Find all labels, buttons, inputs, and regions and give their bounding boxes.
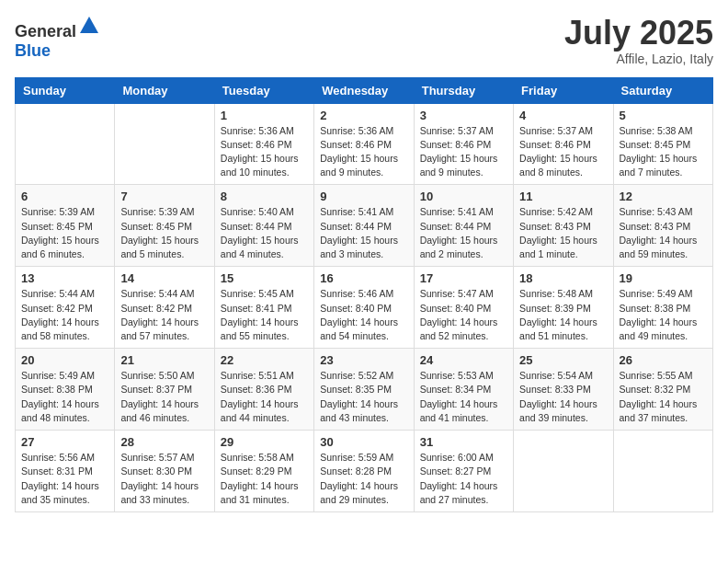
day-info: Sunrise: 5:49 AMSunset: 8:38 PMDaylight:… bbox=[620, 287, 707, 343]
weekday-header-sunday: Sunday bbox=[16, 77, 115, 103]
calendar-cell: 10Sunrise: 5:41 AMSunset: 8:44 PMDayligh… bbox=[414, 185, 513, 267]
day-number: 30 bbox=[320, 435, 407, 449]
logo-blue: Blue bbox=[15, 41, 51, 60]
calendar-cell: 21Sunrise: 5:50 AMSunset: 8:37 PMDayligh… bbox=[115, 349, 214, 431]
calendar-cell: 11Sunrise: 5:42 AMSunset: 8:43 PMDayligh… bbox=[514, 185, 613, 267]
day-number: 25 bbox=[519, 353, 607, 367]
day-number: 4 bbox=[519, 109, 607, 122]
day-info: Sunrise: 5:49 AMSunset: 8:38 PMDaylight:… bbox=[21, 369, 108, 425]
day-number: 19 bbox=[620, 271, 707, 285]
day-number: 3 bbox=[420, 109, 507, 122]
day-info: Sunrise: 5:59 AMSunset: 8:28 PMDaylight:… bbox=[320, 451, 407, 507]
weekday-header-monday: Monday bbox=[115, 77, 214, 103]
day-number: 21 bbox=[120, 353, 208, 367]
calendar-cell: 22Sunrise: 5:51 AMSunset: 8:36 PMDayligh… bbox=[214, 349, 313, 431]
day-number: 13 bbox=[21, 271, 108, 285]
day-info: Sunrise: 5:55 AMSunset: 8:32 PMDaylight:… bbox=[620, 369, 707, 425]
day-info: Sunrise: 5:39 AMSunset: 8:45 PMDaylight:… bbox=[21, 205, 108, 261]
calendar-cell: 16Sunrise: 5:46 AMSunset: 8:40 PMDayligh… bbox=[314, 267, 414, 349]
day-number: 15 bbox=[221, 271, 308, 285]
day-number: 12 bbox=[620, 190, 707, 203]
day-info: Sunrise: 5:41 AMSunset: 8:44 PMDaylight:… bbox=[420, 205, 507, 261]
weekday-header-saturday: Saturday bbox=[613, 77, 712, 103]
day-info: Sunrise: 5:43 AMSunset: 8:43 PMDaylight:… bbox=[620, 205, 707, 261]
weekday-header-friday: Friday bbox=[514, 77, 613, 103]
week-row-5: 27Sunrise: 5:56 AMSunset: 8:31 PMDayligh… bbox=[16, 431, 713, 512]
calendar-cell: 29Sunrise: 5:58 AMSunset: 8:29 PMDayligh… bbox=[214, 431, 313, 512]
day-number: 5 bbox=[620, 109, 707, 122]
day-number: 20 bbox=[21, 353, 108, 367]
day-info: Sunrise: 5:54 AMSunset: 8:33 PMDaylight:… bbox=[519, 369, 607, 425]
calendar-cell: 17Sunrise: 5:47 AMSunset: 8:40 PMDayligh… bbox=[414, 267, 513, 349]
day-info: Sunrise: 5:56 AMSunset: 8:31 PMDaylight:… bbox=[21, 451, 108, 507]
day-info: Sunrise: 5:45 AMSunset: 8:41 PMDaylight:… bbox=[221, 287, 308, 343]
calendar-cell bbox=[115, 103, 214, 185]
logo-text: General Blue bbox=[15, 15, 100, 61]
calendar-cell: 1Sunrise: 5:36 AMSunset: 8:46 PMDaylight… bbox=[214, 103, 313, 185]
day-number: 11 bbox=[519, 190, 607, 203]
calendar-cell: 5Sunrise: 5:38 AMSunset: 8:45 PMDaylight… bbox=[613, 103, 712, 185]
day-info: Sunrise: 5:53 AMSunset: 8:34 PMDaylight:… bbox=[420, 369, 507, 425]
day-number: 14 bbox=[120, 271, 208, 285]
day-number: 26 bbox=[620, 353, 707, 367]
day-number: 31 bbox=[420, 435, 507, 449]
calendar-cell: 18Sunrise: 5:48 AMSunset: 8:39 PMDayligh… bbox=[514, 267, 613, 349]
day-info: Sunrise: 5:39 AMSunset: 8:45 PMDaylight:… bbox=[120, 205, 208, 261]
logo-general: General bbox=[15, 22, 76, 40]
calendar-cell: 20Sunrise: 5:49 AMSunset: 8:38 PMDayligh… bbox=[16, 349, 115, 431]
calendar-cell: 15Sunrise: 5:45 AMSunset: 8:41 PMDayligh… bbox=[214, 267, 313, 349]
calendar-cell: 3Sunrise: 5:37 AMSunset: 8:46 PMDaylight… bbox=[414, 103, 513, 185]
calendar-cell: 7Sunrise: 5:39 AMSunset: 8:45 PMDaylight… bbox=[115, 185, 214, 267]
day-info: Sunrise: 5:42 AMSunset: 8:43 PMDaylight:… bbox=[519, 205, 607, 261]
day-info: Sunrise: 5:40 AMSunset: 8:44 PMDaylight:… bbox=[221, 205, 308, 261]
day-number: 17 bbox=[420, 271, 507, 285]
day-info: Sunrise: 5:51 AMSunset: 8:36 PMDaylight:… bbox=[221, 369, 308, 425]
day-info: Sunrise: 5:37 AMSunset: 8:46 PMDaylight:… bbox=[420, 124, 507, 180]
week-row-3: 13Sunrise: 5:44 AMSunset: 8:42 PMDayligh… bbox=[16, 267, 713, 349]
day-info: Sunrise: 5:44 AMSunset: 8:42 PMDaylight:… bbox=[120, 287, 208, 343]
day-number: 23 bbox=[320, 353, 407, 367]
weekday-header-tuesday: Tuesday bbox=[214, 77, 313, 103]
location: Affile, Lazio, Italy bbox=[564, 52, 713, 66]
day-number: 8 bbox=[221, 190, 308, 203]
day-number: 2 bbox=[320, 109, 407, 122]
day-number: 29 bbox=[221, 435, 308, 449]
calendar-cell: 31Sunrise: 6:00 AMSunset: 8:27 PMDayligh… bbox=[414, 431, 513, 512]
day-info: Sunrise: 5:58 AMSunset: 8:29 PMDaylight:… bbox=[221, 451, 308, 507]
day-info: Sunrise: 5:38 AMSunset: 8:45 PMDaylight:… bbox=[620, 124, 707, 180]
page-header: General Blue July 2025 Affile, Lazio, It… bbox=[15, 15, 713, 66]
calendar-cell: 27Sunrise: 5:56 AMSunset: 8:31 PMDayligh… bbox=[16, 431, 115, 512]
day-number: 18 bbox=[519, 271, 607, 285]
logo-icon bbox=[78, 15, 100, 37]
day-info: Sunrise: 5:57 AMSunset: 8:30 PMDaylight:… bbox=[120, 451, 208, 507]
calendar-table: SundayMondayTuesdayWednesdayThursdayFrid… bbox=[15, 77, 713, 512]
day-number: 27 bbox=[21, 435, 108, 449]
day-info: Sunrise: 5:50 AMSunset: 8:37 PMDaylight:… bbox=[120, 369, 208, 425]
calendar-cell bbox=[613, 431, 712, 512]
calendar-cell: 25Sunrise: 5:54 AMSunset: 8:33 PMDayligh… bbox=[514, 349, 613, 431]
week-row-1: 1Sunrise: 5:36 AMSunset: 8:46 PMDaylight… bbox=[16, 103, 713, 185]
week-row-4: 20Sunrise: 5:49 AMSunset: 8:38 PMDayligh… bbox=[16, 349, 713, 431]
day-number: 1 bbox=[221, 109, 308, 122]
day-info: Sunrise: 5:47 AMSunset: 8:40 PMDaylight:… bbox=[420, 287, 507, 343]
day-number: 16 bbox=[320, 271, 407, 285]
calendar-cell: 8Sunrise: 5:40 AMSunset: 8:44 PMDaylight… bbox=[214, 185, 313, 267]
calendar-cell: 14Sunrise: 5:44 AMSunset: 8:42 PMDayligh… bbox=[115, 267, 214, 349]
calendar-cell: 23Sunrise: 5:52 AMSunset: 8:35 PMDayligh… bbox=[314, 349, 414, 431]
day-number: 22 bbox=[221, 353, 308, 367]
calendar-cell: 30Sunrise: 5:59 AMSunset: 8:28 PMDayligh… bbox=[314, 431, 414, 512]
day-number: 6 bbox=[21, 190, 108, 203]
calendar-cell: 12Sunrise: 5:43 AMSunset: 8:43 PMDayligh… bbox=[613, 185, 712, 267]
day-number: 9 bbox=[320, 190, 407, 203]
day-info: Sunrise: 5:36 AMSunset: 8:46 PMDaylight:… bbox=[320, 124, 407, 180]
day-number: 28 bbox=[120, 435, 208, 449]
svg-marker-0 bbox=[80, 17, 98, 33]
day-info: Sunrise: 5:37 AMSunset: 8:46 PMDaylight:… bbox=[519, 124, 607, 180]
day-number: 7 bbox=[120, 190, 208, 203]
day-info: Sunrise: 5:52 AMSunset: 8:35 PMDaylight:… bbox=[320, 369, 407, 425]
calendar-cell: 9Sunrise: 5:41 AMSunset: 8:44 PMDaylight… bbox=[314, 185, 414, 267]
calendar-cell: 28Sunrise: 5:57 AMSunset: 8:30 PMDayligh… bbox=[115, 431, 214, 512]
day-info: Sunrise: 6:00 AMSunset: 8:27 PMDaylight:… bbox=[420, 451, 507, 507]
day-info: Sunrise: 5:48 AMSunset: 8:39 PMDaylight:… bbox=[519, 287, 607, 343]
calendar-cell: 4Sunrise: 5:37 AMSunset: 8:46 PMDaylight… bbox=[514, 103, 613, 185]
